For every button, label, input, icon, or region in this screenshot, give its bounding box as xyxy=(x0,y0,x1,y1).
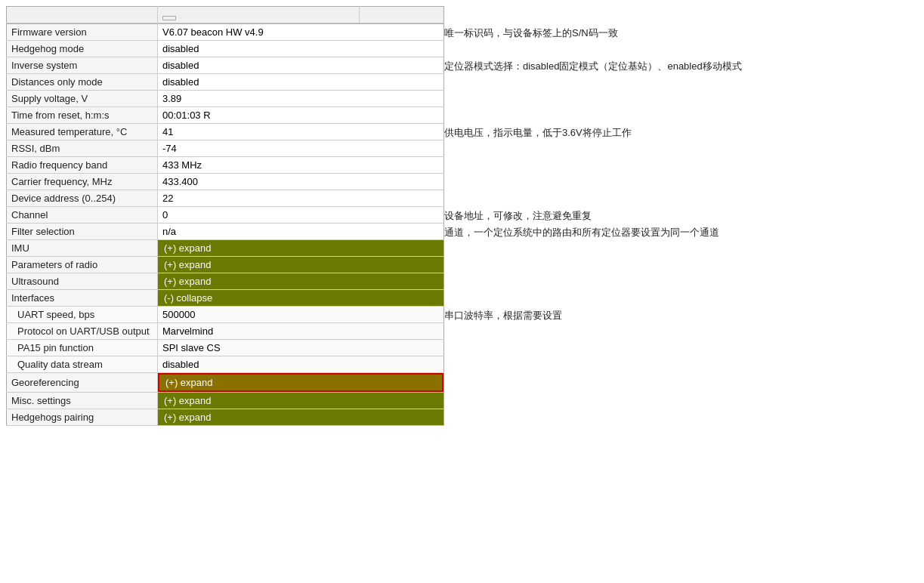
table-row: Measured temperature, °C41 xyxy=(7,124,444,140)
row-value: 500000 xyxy=(158,307,444,323)
row-label: Hedgehogs pairing xyxy=(7,409,158,426)
row-label: Carrier frequency, MHz xyxy=(7,174,158,190)
table-row: Protocol on UART/USB outputMarvelmind xyxy=(7,323,444,340)
table-row: Georeferencing(+) expand xyxy=(7,373,444,393)
expand-button-georef[interactable]: (+) expand xyxy=(158,373,443,392)
row-label: Ultrasound xyxy=(7,273,158,290)
row-label: Device address (0..254) xyxy=(7,190,158,207)
left-panel: Firmware versionV6.07 beacon HW v4.9Hedg… xyxy=(6,6,444,426)
cpu-id-value xyxy=(360,7,444,23)
row-label: Supply voltage, V xyxy=(7,91,158,107)
row-label: Parameters of radio xyxy=(7,257,158,273)
table-row: Ultrasound(+) expand xyxy=(7,273,444,290)
row-label: Distances only mode xyxy=(7,74,158,91)
row-value[interactable]: (+) expand xyxy=(158,373,444,393)
expand-button[interactable]: (+) expand xyxy=(158,240,443,256)
row-value: disabled xyxy=(158,74,444,91)
table-row: Hedgehogs pairing(+) expand xyxy=(7,409,444,426)
row-label: IMU xyxy=(7,240,158,257)
row-value: 3.89 xyxy=(158,91,444,107)
row-label: Firmware version xyxy=(7,24,158,41)
row-label: Interfaces xyxy=(7,290,158,307)
table-row: Hedgehog modedisabled xyxy=(7,41,444,57)
copy-btn-cell xyxy=(158,7,360,23)
row-value[interactable]: (+) expand xyxy=(158,273,444,290)
row-label: Channel xyxy=(7,207,158,224)
row-label: Georeferencing xyxy=(7,373,158,393)
table-row: Firmware versionV6.07 beacon HW v4.9 xyxy=(7,24,444,41)
row-value: 433 MHz xyxy=(158,157,444,174)
row-label: Time from reset, h:m:s xyxy=(7,107,158,124)
note-text: 定位器模式选择：disabled固定模式（定位基站）、enabled移动模式 xyxy=(444,57,918,75)
table-row: IMU(+) expand xyxy=(7,240,444,257)
note-text: 通道，一个定位系统中的路由和所有定位器要设置为同一个通道 xyxy=(444,224,918,241)
row-label: Hedgehog mode xyxy=(7,41,158,57)
table-row: Carrier frequency, MHz433.400 xyxy=(7,174,444,190)
info-table xyxy=(6,6,444,23)
note-text: 设备地址，可修改，注意避免重复 xyxy=(444,207,918,224)
expand-button[interactable]: (+) expand xyxy=(158,393,443,409)
table-row: UART speed, bps500000 xyxy=(7,307,444,323)
row-value: disabled xyxy=(158,41,444,57)
row-value: V6.07 beacon HW v4.9 xyxy=(158,24,444,41)
row-label: Quality data stream xyxy=(7,356,158,373)
row-value[interactable]: (+) expand xyxy=(158,393,444,409)
header-row xyxy=(7,7,444,23)
row-value[interactable]: (+) expand xyxy=(158,240,444,257)
expand-button[interactable]: (+) expand xyxy=(158,273,443,289)
row-label: PA15 pin function xyxy=(7,340,158,356)
table-row: RSSI, dBm-74 xyxy=(7,140,444,157)
row-value: 22 xyxy=(158,190,444,207)
note-text: 供电电压，指示电量，低于3.6V将停止工作 xyxy=(444,124,918,141)
cpu-id-label xyxy=(7,7,158,23)
right-panel: 唯一标识码，与设备标签上的S/N码一致定位器模式选择：disabled固定模式（… xyxy=(444,6,918,426)
note-text: 唯一标识码，与设备标签上的S/N码一致 xyxy=(444,24,918,42)
row-value: 0 xyxy=(158,207,444,224)
table-row: Device address (0..254)22 xyxy=(7,190,444,207)
row-label: Protocol on UART/USB output xyxy=(7,323,158,340)
row-label: Measured temperature, °C xyxy=(7,124,158,140)
note-text: 串口波特率，根据需要设置 xyxy=(444,307,918,324)
table-row: Filter selectionn/a xyxy=(7,224,444,240)
row-value: 433.400 xyxy=(158,174,444,190)
row-label: Inverse system xyxy=(7,57,158,74)
row-value: n/a xyxy=(158,224,444,240)
row-label: Filter selection xyxy=(7,224,158,240)
row-value: SPI slave CS xyxy=(158,340,444,356)
expand-button[interactable]: (+) expand xyxy=(158,257,443,273)
table-row: PA15 pin functionSPI slave CS xyxy=(7,340,444,356)
table-row: Radio frequency band433 MHz xyxy=(7,157,444,174)
copy-to-clipboard-button[interactable] xyxy=(162,16,176,20)
table-row: Misc. settings(+) expand xyxy=(7,393,444,409)
row-value: -74 xyxy=(158,140,444,157)
row-value: 41 xyxy=(158,124,444,140)
row-value: disabled xyxy=(158,356,444,373)
table-row: Inverse systemdisabled xyxy=(7,57,444,74)
row-value: Marvelmind xyxy=(158,323,444,340)
table-row: Quality data streamdisabled xyxy=(7,356,444,373)
row-value[interactable]: (+) expand xyxy=(158,257,444,273)
row-value[interactable]: (-) collapse xyxy=(158,290,444,307)
row-label: UART speed, bps xyxy=(7,307,158,323)
data-table: Firmware versionV6.07 beacon HW v4.9Hedg… xyxy=(6,23,444,426)
expand-button[interactable]: (+) expand xyxy=(158,409,443,425)
collapse-button[interactable]: (-) collapse xyxy=(158,290,443,306)
row-label: RSSI, dBm xyxy=(7,140,158,157)
table-row: Supply voltage, V3.89 xyxy=(7,91,444,107)
row-label: Radio frequency band xyxy=(7,157,158,174)
row-label: Misc. settings xyxy=(7,393,158,409)
table-row: Interfaces(-) collapse xyxy=(7,290,444,307)
table-row: Time from reset, h:m:s00:01:03 R xyxy=(7,107,444,124)
row-value[interactable]: (+) expand xyxy=(158,409,444,426)
table-row: Parameters of radio(+) expand xyxy=(7,257,444,273)
row-value: 00:01:03 R xyxy=(158,107,444,124)
table-row: Distances only modedisabled xyxy=(7,74,444,91)
row-value: disabled xyxy=(158,57,444,74)
table-row: Channel0 xyxy=(7,207,444,224)
